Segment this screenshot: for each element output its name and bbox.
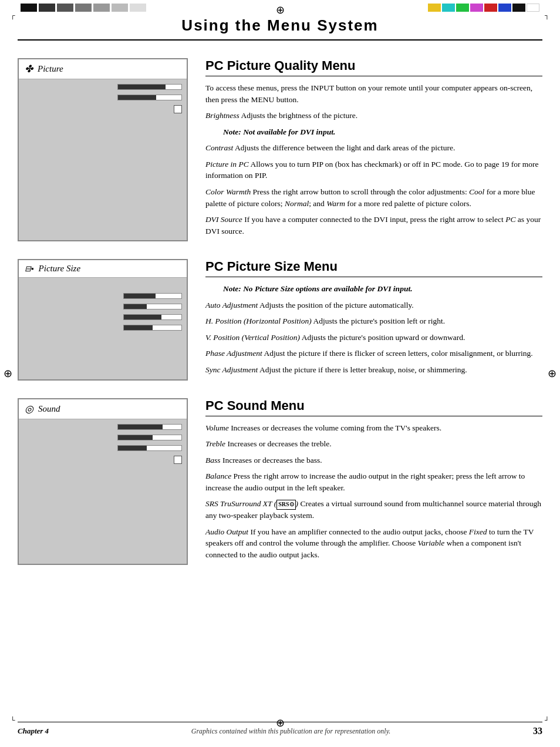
header-bars-right: [428, 4, 539, 12]
footer-page-number: 33: [533, 726, 542, 736]
crosshair-left: ⊕: [4, 367, 12, 380]
footer-chapter: Chapter 4: [18, 726, 49, 736]
checkbox-balance: [174, 456, 182, 464]
para-phase: Phase Adjustment Adjust the picture if t…: [205, 348, 542, 359]
menu-title-sound: Sound: [38, 404, 60, 414]
menu-rows-size: [19, 278, 187, 335]
size-row-1: [23, 292, 182, 300]
sound-icon: ◎: [25, 403, 33, 415]
bar-phase: [123, 314, 182, 320]
para-picture-in-pc: Picture in PC Allows you to turn PIP on …: [205, 159, 542, 181]
note-no-size: Note: No Picture Size options are availa…: [223, 283, 542, 295]
bar-treble: [117, 435, 182, 440]
para-intro: To access these menus, press the INPUT b…: [205, 82, 542, 105]
para-color-warmth: Color Warmth Press the right arrow butto…: [205, 186, 542, 209]
menu-title-picture: Picture: [38, 64, 63, 74]
corner-mark-tl: ┌: [11, 12, 15, 19]
corner-mark-br: ┘: [545, 716, 549, 724]
menu-header-size: ⊟▪ Picture Size: [19, 260, 187, 278]
para-sync: Sync Adjustment Adjust the picture if th…: [205, 364, 542, 376]
heading-picture-size: PC Picture Size Menu: [205, 259, 542, 277]
section-text-picture-quality: PC Picture Quality Menu To access these …: [205, 58, 542, 241]
sound-row-1: [23, 423, 182, 431]
section-picture-quality: ✤ Picture: [18, 58, 542, 241]
section-picture-size: ⊟▪ Picture Size: [18, 259, 542, 380]
heading-picture-quality: PC Picture Quality Menu: [205, 58, 542, 76]
checkbox-pip: [174, 105, 182, 113]
menu-empty-1: [23, 117, 182, 125]
para-balance: Balance Press the right arrow to increas…: [205, 470, 542, 493]
section-text-sound: PC Sound Menu Volume Increases or decrea…: [205, 398, 542, 566]
menu-row-1: [23, 83, 182, 91]
size-row-3: [23, 313, 182, 321]
sound-row-balance: [23, 455, 182, 465]
corner-mark-bl: └: [11, 716, 15, 724]
main-content: ✤ Picture: [0, 46, 560, 594]
menu-header-picture: ✤ Picture: [19, 59, 187, 79]
crosshair-top: ⊕: [276, 4, 285, 16]
size-row-2: [23, 302, 182, 311]
sound-empty-1: [23, 467, 182, 476]
page-title: Using the Menu System: [181, 16, 378, 34]
para-vpos: V. Position (Vertical Position) Adjusts …: [205, 332, 542, 344]
menu-rows-sound: [19, 419, 187, 490]
body-picture-quality: To access these menus, press the INPUT b…: [205, 82, 542, 237]
bar-hpos: [123, 293, 182, 299]
menu-row-3: [23, 104, 182, 115]
bar-sync: [123, 325, 182, 331]
menu-box-size: ⊟▪ Picture Size: [18, 259, 188, 380]
header-bars-left: [21, 4, 146, 12]
bar-brightness: [117, 84, 182, 90]
body-sound: Volume Increases or decreases the volume…: [205, 422, 542, 561]
sound-row-2: [23, 433, 182, 442]
page-footer: Chapter 4 Graphics contained within this…: [18, 722, 542, 736]
picture-icon: ✤: [25, 63, 33, 75]
heading-sound: PC Sound Menu: [205, 398, 542, 416]
section-sound: ◎ Sound: [18, 398, 542, 566]
para-treble: Treble Increases or decreases the treble…: [205, 438, 542, 450]
picture-size-icon: ⊟▪: [25, 264, 34, 274]
para-srs: SRS TruSurround XT (SRS⊙) Creates a virt…: [205, 498, 542, 521]
note-dvi: Note: Not available for DVI input.: [223, 126, 542, 138]
size-row-4: [23, 324, 182, 332]
bar-volume: [117, 424, 182, 430]
sound-empty-2: [23, 478, 182, 486]
para-auto-adj: Auto Adjustment Adjusts the position of …: [205, 300, 542, 311]
para-hpos: H. Position (Horizontal Position) Adjust…: [205, 315, 542, 327]
sound-row-3: [23, 444, 182, 452]
menu-header-sound: ◎ Sound: [19, 399, 187, 419]
menu-empty-3: [23, 138, 182, 146]
corner-mark-tr: ┐: [545, 12, 549, 19]
menu-row-2: [23, 93, 182, 102]
para-contrast: Contrast Adjusts the difference between …: [205, 142, 542, 154]
para-bass: Bass Increases or decreases the bass.: [205, 455, 542, 466]
body-picture-size: Note: No Picture Size options are availa…: [205, 283, 542, 375]
footer-disclaimer: Graphics contained within this publicati…: [191, 727, 391, 736]
para-brightness: Brightness Adjusts the brightness of the…: [205, 110, 542, 122]
menu-title-size: Picture Size: [39, 264, 81, 274]
page-title-section: Using the Menu System: [18, 16, 542, 41]
bar-contrast: [117, 95, 182, 100]
menu-box-picture: ✤ Picture: [18, 58, 188, 241]
bar-vpos: [123, 304, 182, 309]
menu-box-sound: ◎ Sound: [18, 398, 188, 566]
para-audio-output: Audio Output If you have an amplifier co…: [205, 526, 542, 561]
srs-logo: SRS⊙: [276, 500, 295, 510]
bar-bass: [117, 445, 182, 451]
para-volume: Volume Increases or decreases the volume…: [205, 422, 542, 434]
size-empty-1: [23, 281, 182, 290]
section-text-picture-size: PC Picture Size Menu Note: No Picture Si…: [205, 259, 542, 380]
menu-rows-picture: [19, 79, 187, 150]
crosshair-right: ⊕: [548, 367, 556, 380]
para-dvi-source: DVI Source If you have a computer connec…: [205, 214, 542, 237]
menu-empty-2: [23, 127, 182, 136]
